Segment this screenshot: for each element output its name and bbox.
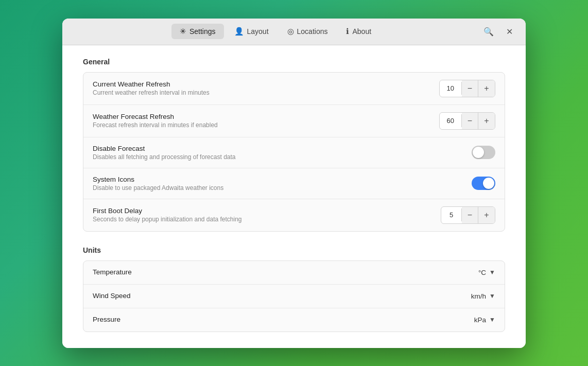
tab-layout[interactable]: 👤 Layout xyxy=(226,24,277,39)
pressure-row: Pressure kPa ▼ xyxy=(83,308,505,332)
disable-forecast-slider xyxy=(472,146,495,159)
current-weather-stepper: 10 − + xyxy=(439,80,495,97)
first-boot-delay-info: First Boot Delay Seconds to delay popup … xyxy=(93,207,430,223)
first-boot-delay-control: 5 − + xyxy=(441,206,495,224)
temperature-label: Temperature xyxy=(93,268,132,276)
first-boot-value: 5 xyxy=(441,208,462,221)
first-boot-delay-row: First Boot Delay Seconds to delay popup … xyxy=(83,199,505,231)
first-boot-delay-desc: Seconds to delay popup initialization an… xyxy=(93,216,430,223)
temperature-row: Temperature °C ▼ xyxy=(83,261,505,285)
current-weather-refresh-row: Current Weather Refresh Current weather … xyxy=(83,73,505,105)
system-icons-slider xyxy=(472,177,495,190)
system-icons-label: System Icons xyxy=(93,176,461,183)
system-icons-desc: Disable to use packaged Adwaita weather … xyxy=(93,184,461,191)
first-boot-increment[interactable]: + xyxy=(478,207,495,223)
titlebar-actions: 🔍 ✕ xyxy=(480,23,517,40)
temperature-select[interactable]: °C ▼ xyxy=(478,269,495,276)
search-button[interactable]: 🔍 xyxy=(480,23,497,40)
current-weather-refresh-control: 10 − + xyxy=(439,80,495,97)
first-boot-delay-label: First Boot Delay xyxy=(93,207,430,215)
units-settings-group: Temperature °C ▼ Wind Speed km/h ▼ Press… xyxy=(83,260,505,332)
system-icons-toggle[interactable] xyxy=(472,177,495,190)
first-boot-decrement[interactable]: − xyxy=(462,207,478,223)
wind-speed-dropdown-arrow: ▼ xyxy=(489,292,495,300)
disable-forecast-row: Disable Forecast Disables all fetching a… xyxy=(83,137,505,168)
forecast-refresh-info: Weather Forecast Refresh Forecast refres… xyxy=(93,113,429,129)
disable-forecast-control xyxy=(472,146,495,159)
forecast-refresh-row: Weather Forecast Refresh Forecast refres… xyxy=(83,105,505,137)
forecast-decrement[interactable]: − xyxy=(462,113,478,129)
system-icons-info: System Icons Disable to use packaged Adw… xyxy=(93,176,461,191)
wind-speed-row: Wind Speed km/h ▼ xyxy=(83,285,505,308)
forecast-stepper: 60 − + xyxy=(439,112,495,130)
forecast-value: 60 xyxy=(440,114,462,127)
tab-locations[interactable]: ◎ Locations xyxy=(279,24,336,39)
disable-forecast-desc: Disables all fetching and processing of … xyxy=(93,153,461,161)
wind-speed-value: km/h xyxy=(471,292,486,300)
app-window: ✳ Settings 👤 Layout ◎ Locations ℹ About … xyxy=(62,19,526,348)
content-area: General Current Weather Refresh Current … xyxy=(62,45,526,348)
disable-forecast-info: Disable Forecast Disables all fetching a… xyxy=(93,145,461,161)
current-weather-refresh-desc: Current weather refresh interval in minu… xyxy=(93,89,429,96)
current-weather-refresh-label: Current Weather Refresh xyxy=(93,80,429,88)
tab-bar: ✳ Settings 👤 Layout ◎ Locations ℹ About xyxy=(71,24,480,39)
layout-icon: 👤 xyxy=(234,27,244,36)
pressure-value: kPa xyxy=(474,316,486,324)
temperature-value: °C xyxy=(478,269,486,276)
wind-speed-label: Wind Speed xyxy=(93,292,131,300)
pressure-dropdown-arrow: ▼ xyxy=(489,316,495,323)
general-settings-group: Current Weather Refresh Current weather … xyxy=(83,72,505,232)
current-weather-increment[interactable]: + xyxy=(478,80,495,97)
general-section-title: General xyxy=(83,58,505,66)
current-weather-refresh-info: Current Weather Refresh Current weather … xyxy=(93,80,429,96)
pressure-select[interactable]: kPa ▼ xyxy=(474,316,495,324)
system-icons-row: System Icons Disable to use packaged Adw… xyxy=(83,168,505,199)
current-weather-value: 10 xyxy=(440,82,462,95)
forecast-refresh-control: 60 − + xyxy=(439,112,495,130)
first-boot-stepper: 5 − + xyxy=(441,206,495,224)
current-weather-decrement[interactable]: − xyxy=(462,80,478,97)
forecast-increment[interactable]: + xyxy=(478,113,495,129)
search-icon: 🔍 xyxy=(483,27,494,37)
settings-icon: ✳ xyxy=(180,27,186,36)
close-icon: ✕ xyxy=(506,27,513,37)
forecast-refresh-desc: Forecast refresh interval in minutes if … xyxy=(93,121,429,129)
units-section-title: Units xyxy=(83,246,505,254)
about-icon: ℹ xyxy=(346,27,349,36)
forecast-refresh-label: Weather Forecast Refresh xyxy=(93,113,429,120)
disable-forecast-toggle[interactable] xyxy=(472,146,495,159)
temperature-dropdown-arrow: ▼ xyxy=(489,269,495,276)
tab-settings[interactable]: ✳ Settings xyxy=(171,24,224,39)
locations-icon: ◎ xyxy=(287,27,294,36)
disable-forecast-label: Disable Forecast xyxy=(93,145,461,152)
close-button[interactable]: ✕ xyxy=(501,23,517,40)
tab-about[interactable]: ℹ About xyxy=(338,24,379,39)
wind-speed-select[interactable]: km/h ▼ xyxy=(471,292,495,300)
system-icons-control xyxy=(472,177,495,190)
titlebar: ✳ Settings 👤 Layout ◎ Locations ℹ About … xyxy=(62,19,526,45)
pressure-label: Pressure xyxy=(93,316,120,323)
